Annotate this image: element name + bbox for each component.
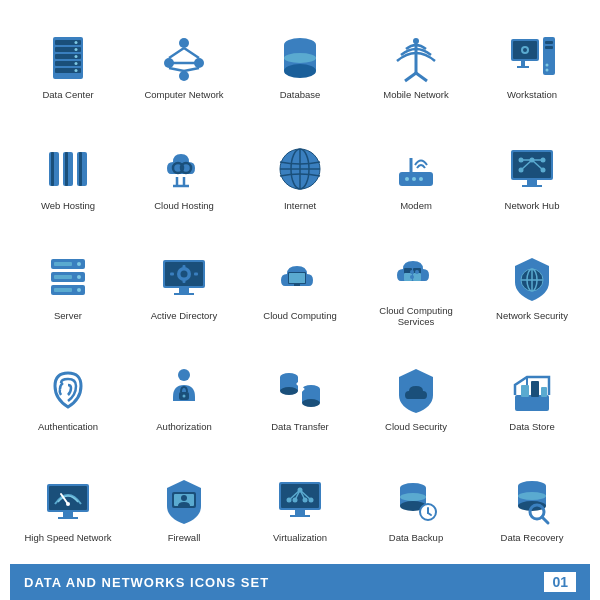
svg-point-146: [400, 493, 426, 501]
icon-active-directory[interactable]: Active Directory: [126, 232, 242, 343]
svg-point-6: [75, 41, 78, 44]
footer-title: DATA AND NETWORKS ICONS SET: [24, 575, 269, 590]
svg-point-85: [181, 271, 188, 278]
icon-virtualization[interactable]: Virtualization: [242, 453, 358, 564]
label-authorization: Authorization: [156, 421, 211, 432]
svg-rect-93: [289, 273, 305, 283]
icon-mobile-network[interactable]: Mobile Network: [358, 10, 474, 121]
svg-rect-81: [54, 288, 72, 292]
svg-rect-35: [545, 41, 553, 44]
footer-number: 01: [544, 572, 576, 592]
svg-line-17: [169, 68, 184, 71]
svg-point-115: [302, 399, 320, 407]
svg-point-23: [284, 53, 316, 63]
icon-cloud-computing-services[interactable]: Cloud Computing Services: [358, 232, 474, 343]
svg-point-124: [66, 502, 70, 506]
icon-workstation[interactable]: Workstation: [474, 10, 590, 121]
svg-line-18: [184, 68, 199, 71]
svg-rect-90: [179, 288, 189, 293]
svg-rect-122: [49, 486, 87, 510]
label-cloud-hosting: Cloud Hosting: [154, 200, 214, 211]
svg-rect-88: [170, 273, 174, 276]
icon-server[interactable]: Server: [10, 232, 126, 343]
icon-data-center[interactable]: Data Center: [10, 10, 126, 121]
icon-firewall[interactable]: Firewall: [126, 453, 242, 564]
svg-point-99: [410, 270, 414, 274]
footer-bar: DATA AND NETWORKS ICONS SET 01: [10, 564, 590, 600]
label-data-recovery: Data Recovery: [501, 532, 564, 543]
svg-rect-119: [531, 381, 539, 397]
label-modem: Modem: [400, 200, 432, 211]
svg-rect-80: [54, 275, 72, 279]
svg-point-109: [183, 395, 186, 398]
icon-data-store[interactable]: Data Store: [474, 342, 590, 453]
svg-point-78: [77, 288, 81, 292]
svg-point-112: [280, 387, 298, 395]
label-virtualization: Virtualization: [273, 532, 327, 543]
svg-point-27: [413, 38, 419, 44]
svg-rect-126: [58, 517, 78, 519]
label-authentication: Authentication: [38, 421, 98, 432]
svg-rect-91: [174, 293, 194, 295]
svg-point-31: [523, 48, 527, 52]
svg-point-9: [75, 62, 78, 65]
icon-data-recovery[interactable]: Data Recovery: [474, 453, 590, 564]
svg-rect-43: [65, 152, 68, 186]
icon-data-backup[interactable]: Data Backup: [358, 453, 474, 564]
svg-point-100: [410, 275, 414, 279]
svg-rect-44: [79, 152, 82, 186]
svg-rect-33: [517, 66, 529, 68]
label-data-center: Data Center: [42, 89, 93, 100]
label-workstation: Workstation: [507, 89, 557, 100]
label-active-directory: Active Directory: [151, 310, 218, 321]
svg-point-76: [77, 262, 81, 266]
svg-point-8: [75, 55, 78, 58]
icon-cloud-computing[interactable]: Cloud Computing: [242, 232, 358, 343]
svg-point-22: [284, 64, 316, 78]
icon-cloud-security[interactable]: Cloud Security: [358, 342, 474, 453]
label-cloud-security: Cloud Security: [385, 421, 447, 432]
svg-rect-42: [51, 152, 54, 186]
svg-rect-61: [513, 152, 551, 178]
icon-cloud-hosting[interactable]: Cloud Hosting: [126, 121, 242, 232]
icon-internet[interactable]: Internet: [242, 121, 358, 232]
icon-authorization[interactable]: Authorization: [126, 342, 242, 453]
svg-point-57: [405, 177, 409, 181]
svg-point-7: [75, 48, 78, 51]
icon-network-hub[interactable]: Network Hub: [474, 121, 590, 232]
label-data-backup: Data Backup: [389, 532, 443, 543]
label-server: Server: [54, 310, 82, 321]
label-mobile-network: Mobile Network: [383, 89, 448, 100]
svg-rect-142: [290, 515, 310, 517]
label-web-hosting: Web Hosting: [41, 200, 95, 211]
svg-point-37: [546, 63, 549, 66]
svg-point-129: [181, 495, 187, 501]
label-network-security: Network Security: [496, 310, 568, 321]
icon-data-transfer[interactable]: Data Transfer: [242, 342, 358, 453]
icon-authentication[interactable]: Authentication: [10, 342, 126, 453]
svg-rect-62: [527, 180, 537, 185]
icons-grid: Data Center Computer Network: [10, 10, 590, 564]
icon-web-hosting[interactable]: Web Hosting: [10, 121, 126, 232]
icon-high-speed-network[interactable]: High Speed Network: [10, 453, 126, 564]
label-network-hub: Network Hub: [505, 200, 560, 211]
label-computer-network: Computer Network: [144, 89, 223, 100]
svg-rect-63: [522, 185, 542, 187]
svg-rect-98: [413, 273, 421, 281]
icon-database[interactable]: Database: [242, 10, 358, 121]
icon-modem[interactable]: Modem: [358, 121, 474, 232]
svg-rect-79: [54, 262, 72, 266]
svg-point-14: [179, 71, 189, 81]
svg-point-59: [419, 177, 423, 181]
svg-line-25: [405, 73, 416, 81]
label-database: Database: [280, 89, 321, 100]
svg-rect-125: [63, 512, 73, 517]
icon-network-security[interactable]: Network Security: [474, 232, 590, 343]
svg-rect-120: [541, 387, 547, 397]
svg-rect-116: [515, 395, 549, 411]
svg-rect-32: [521, 61, 525, 66]
svg-rect-87: [183, 279, 186, 283]
svg-line-155: [542, 517, 548, 523]
icon-computer-network[interactable]: Computer Network: [126, 10, 242, 121]
label-data-store: Data Store: [509, 421, 554, 432]
